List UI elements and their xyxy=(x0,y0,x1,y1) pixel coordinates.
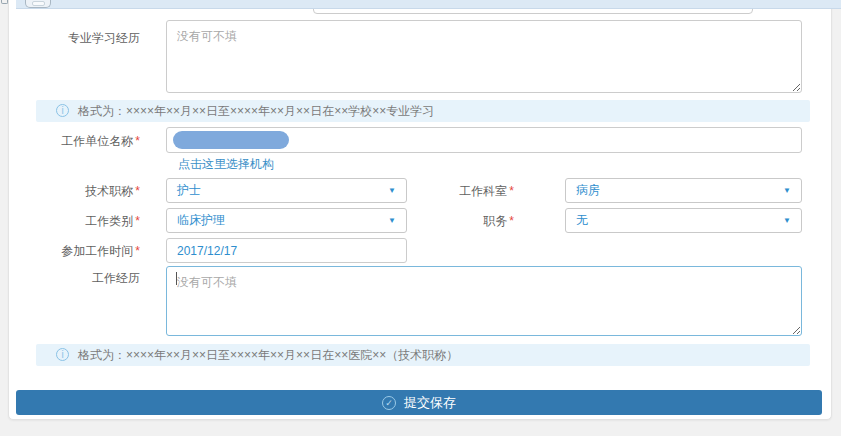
submit-save-label: 提交保存 xyxy=(404,394,456,412)
study-format-hint-text: 格式为：××××年××月××日至××××年××月××日在××学校××专业学习 xyxy=(78,104,434,118)
top-strip xyxy=(16,0,841,9)
work-experience-label-text: 工作经历 xyxy=(92,271,140,285)
work-start-date-input[interactable] xyxy=(166,238,407,263)
tech-title-select[interactable]: 护士 ▼ xyxy=(166,178,407,203)
work-dept-value: 病房 xyxy=(576,182,783,199)
work-category-select[interactable]: 临床护理 ▼ xyxy=(166,208,407,233)
check-circle-icon: ✓ xyxy=(382,396,396,410)
tech-title-value: 护士 xyxy=(177,182,388,199)
tech-title-label-text: 技术职称 xyxy=(85,184,133,198)
work-format-hint: i 格式为：××××年××月××日至××××年××月××日在××医院××（技术职… xyxy=(36,344,810,366)
required-asterisk: * xyxy=(509,214,514,228)
work-dept-select[interactable]: 病房 ▼ xyxy=(565,178,802,203)
study-experience-label-text: 专业学习经历 xyxy=(68,31,140,45)
position-label: 职务* xyxy=(394,214,514,228)
work-category-label-text: 工作类别 xyxy=(85,214,133,228)
required-asterisk: * xyxy=(135,184,140,198)
work-category-label: 工作类别* xyxy=(20,214,140,228)
cutoff-tab[interactable] xyxy=(25,0,51,8)
work-format-hint-text: 格式为：××××年××月××日至××××年××月××日在××医院××（技术职称） xyxy=(78,348,458,362)
work-experience-label: 工作经历 xyxy=(20,271,140,285)
study-experience-textarea[interactable] xyxy=(166,20,802,93)
cutoff-tab-pill xyxy=(32,1,45,6)
info-icon: i xyxy=(56,348,69,361)
position-label-text: 职务 xyxy=(483,214,507,228)
chevron-down-icon: ▼ xyxy=(783,217,791,225)
work-start-label: 参加工作时间* xyxy=(20,244,140,258)
work-dept-label-text: 工作科室 xyxy=(459,184,507,198)
work-unit-label: 工作单位名称* xyxy=(20,134,140,148)
work-unit-label-text: 工作单位名称 xyxy=(61,134,133,148)
work-start-label-text: 参加工作时间 xyxy=(61,244,133,258)
tech-title-label: 技术职称* xyxy=(20,184,140,198)
position-value: 无 xyxy=(576,212,783,229)
required-asterisk: * xyxy=(509,184,514,198)
redacted-value-blob xyxy=(173,131,289,149)
submit-save-button[interactable]: ✓ 提交保存 xyxy=(16,390,822,415)
required-asterisk: * xyxy=(135,244,140,258)
choose-institution-link[interactable]: 点击这里选择机构 xyxy=(178,156,274,173)
required-asterisk: * xyxy=(135,134,140,148)
study-experience-label: 专业学习经历 xyxy=(20,31,140,45)
text-caret xyxy=(176,272,177,285)
info-icon: i xyxy=(56,104,69,117)
work-dept-label: 工作科室* xyxy=(394,184,514,198)
work-category-value: 临床护理 xyxy=(177,212,388,229)
chevron-down-icon: ▼ xyxy=(783,187,791,195)
study-format-hint: i 格式为：××××年××月××日至××××年××月××日在××学校××专业学习 xyxy=(36,100,810,122)
position-select[interactable]: 无 ▼ xyxy=(565,208,802,233)
required-asterisk: * xyxy=(135,214,140,228)
cutoff-corner-icon xyxy=(1,0,8,4)
work-experience-textarea[interactable] xyxy=(166,266,802,336)
